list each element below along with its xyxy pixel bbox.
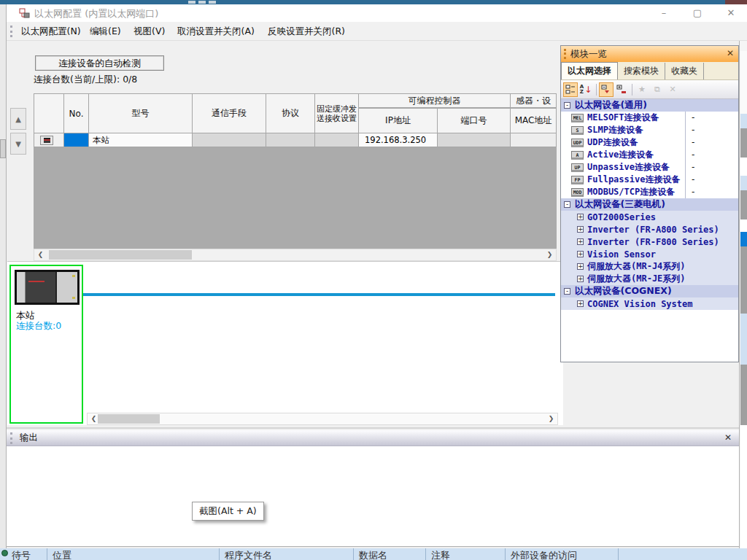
status-col-label: 数据名	[359, 549, 387, 560]
close-button[interactable]: ✕	[719, 4, 743, 22]
header-mac: MAC地址	[511, 108, 557, 133]
output-panel-title: 输出	[20, 432, 38, 444]
scroll-right-icon[interactable]: ❯	[543, 249, 556, 260]
expand-tree-icon[interactable]	[614, 82, 629, 97]
background-band	[740, 314, 747, 365]
tree-item-label: Inverter (FR-F800 Series)	[587, 237, 719, 247]
favorite-star-icon[interactable]: ★	[635, 82, 649, 97]
table-hscrollbar[interactable]: ❮ ❯	[34, 249, 557, 261]
expand-toggle-icon[interactable]: +	[577, 276, 584, 282]
tab-search-module[interactable]: 搜索模块	[618, 63, 665, 79]
tree-device-row[interactable]: FPFullpassive连接设备-	[561, 174, 738, 186]
menubar-grip[interactable]	[10, 26, 12, 37]
expand-toggle-icon[interactable]: +	[577, 251, 584, 257]
collapse-toggle-icon[interactable]: -	[564, 201, 570, 208]
background-window-right-edge	[739, 41, 747, 548]
row-no-cell-selected[interactable]	[64, 133, 89, 147]
expand-toggle-icon[interactable]: +	[577, 300, 584, 307]
tree-item-label: Inverter (FR-A800 Series)	[587, 225, 719, 235]
plc-left-section	[17, 272, 26, 303]
minimize-button[interactable]: –	[651, 4, 676, 22]
add-favorite-icon[interactable]: ⧉	[650, 82, 665, 97]
header-model: 型号	[89, 93, 193, 133]
maximize-button[interactable]: ▢	[685, 4, 710, 22]
splitter[interactable]	[7, 427, 739, 429]
tree-group-row[interactable]: -以太网设备(三菱电机)	[561, 198, 738, 211]
dialog-titlebar[interactable]: 以太网配置 (内置以太网端口) – ▢ ✕	[7, 4, 747, 22]
unpassive-device-icon: UP	[571, 163, 584, 172]
collapse-toggle-icon[interactable]: -	[564, 102, 570, 109]
tree-sub-row[interactable]: +COGNEX Vision System	[561, 298, 738, 310]
background-toolbar-fragment	[0, 139, 6, 158]
output-panel-header[interactable]: 输出 ✕	[7, 430, 739, 446]
collapse-tree-icon[interactable]	[599, 82, 614, 97]
background-titlebar-icon	[198, 1, 206, 4]
menu-edit[interactable]: 编辑(E)	[85, 22, 125, 41]
output-close-icon[interactable]: ✕	[724, 432, 732, 443]
sort-az-icon[interactable]: AZ↓	[578, 82, 593, 97]
tree-item-label: Fullpassive连接设备	[587, 174, 680, 186]
scroll-left-icon[interactable]: ❮	[34, 249, 47, 260]
tab-ethernet-select[interactable]: 以太网选择	[561, 62, 618, 79]
move-row-up-button[interactable]: ▲	[10, 108, 26, 130]
tree-sub-row[interactable]: +伺服放大器(MR-JE系列)	[561, 273, 738, 285]
plc-device-image[interactable]	[15, 270, 80, 305]
expand-toggle-icon[interactable]: +	[577, 263, 584, 270]
background-titlebar-icon	[209, 1, 216, 4]
scrollbar-thumb[interactable]	[49, 250, 192, 260]
connection-count-label: 连接台数(当前/上限): 0/8	[34, 74, 137, 86]
tree-group-row[interactable]: -以太网设备(通用)	[561, 99, 738, 112]
status-col-divider	[425, 548, 426, 560]
module-list-panel: 模块一览 ✕ 以太网选择 搜索模块 收藏夹 AZ↓	[560, 45, 739, 362]
auto-detect-button[interactable]: 连接设备的自动检测	[35, 55, 164, 71]
panel-grip[interactable]	[564, 49, 566, 59]
tree-device-row[interactable]: SSLMP连接设备-	[561, 124, 738, 136]
collapse-toggle-icon[interactable]: -	[564, 288, 570, 295]
station-mini-icon	[40, 136, 53, 145]
header-sensor-span: 感器・设	[511, 93, 557, 108]
screen: 以太网配置 (内置以太网端口) – ▢ ✕ 以太网配置(N) 编辑(E) 视图(…	[0, 0, 747, 560]
tree-device-row[interactable]: AActive连接设备-	[561, 149, 738, 161]
tree-group-row[interactable]: -以太网设备(COGNEX)	[561, 285, 738, 298]
row-ip-cell[interactable]: 192.168.3.250	[359, 133, 438, 147]
network-diagram-canvas[interactable]: 本站 连接台数:0 ❮ ❯	[7, 261, 563, 425]
plc-port-section	[55, 272, 77, 303]
tree-sub-row[interactable]: +Inverter (FR-A800 Series)	[561, 223, 738, 236]
tree-device-row[interactable]: MELMELSOFT连接设备-	[561, 112, 738, 124]
row-model-cell[interactable]: 本站	[89, 133, 193, 147]
module-panel-header[interactable]: 模块一览 ✕	[561, 46, 738, 62]
expand-toggle-icon[interactable]: +	[577, 238, 584, 245]
expand-toggle-icon[interactable]: +	[577, 226, 584, 233]
tree-item-value: -	[685, 124, 694, 136]
tab-favorites[interactable]: 收藏夹	[665, 63, 704, 79]
menu-cancel-close[interactable]: 取消设置并关闭(A)	[173, 22, 259, 41]
tree-item-label: Unpassive连接设备	[587, 161, 670, 174]
tree-device-row[interactable]: UPUnpassive连接设备-	[561, 161, 738, 174]
sort-z: Z	[580, 89, 584, 95]
row-selector-cell[interactable]	[34, 133, 64, 147]
tree-sub-row[interactable]: +伺服放大器(MR-J4系列)	[561, 260, 738, 273]
tree-sub-row[interactable]: +GOT2000Series	[561, 211, 738, 223]
display-by-type-icon[interactable]	[563, 82, 578, 97]
header-fixed-buffer-line1: 固定缓冲发	[317, 104, 357, 114]
menu-apply-close[interactable]: 反映设置并关闭(R)	[263, 22, 349, 41]
panel-close-icon[interactable]: ✕	[727, 48, 734, 58]
menu-ethernet-config[interactable]: 以太网配置(N)	[17, 22, 85, 41]
menu-view[interactable]: 视图(V)	[129, 22, 169, 41]
selected-station-box[interactable]: 本站 连接台数:0	[9, 265, 83, 424]
tree-sub-row[interactable]: +Inverter (FR-F800 Series)	[561, 236, 738, 248]
delete-favorite-icon[interactable]: ✕	[665, 82, 680, 97]
tree-item-label: 伺服放大器(MR-J4系列)	[587, 260, 686, 273]
canvas-hscrollbar[interactable]: ❮ ❯	[87, 413, 558, 425]
expand-toggle-icon[interactable]: +	[577, 214, 584, 220]
header-selector	[34, 93, 64, 133]
scroll-right-icon[interactable]: ❯	[545, 413, 557, 424]
background-band	[740, 114, 747, 128]
tree-device-row[interactable]: MODMODBUS/TCP连接设备-	[561, 186, 738, 198]
tree-group-label: 以太网设备(三菱电机)	[575, 198, 665, 211]
panel-grip[interactable]	[10, 432, 12, 444]
move-row-down-button[interactable]: ▼	[10, 133, 26, 155]
tree-sub-row[interactable]: +Vision Sensor	[561, 248, 738, 260]
scrollbar-thumb[interactable]	[98, 414, 160, 424]
tree-device-row[interactable]: UDPUDP连接设备-	[561, 136, 738, 149]
